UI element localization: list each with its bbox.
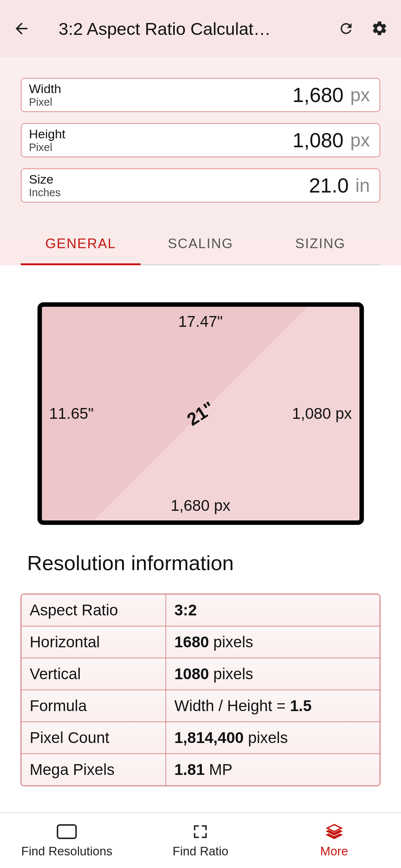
row-value: 1,814,400 pixels	[166, 722, 379, 753]
refresh-icon	[338, 20, 354, 37]
table-row: Formula Width / Height = 1.5	[22, 690, 379, 722]
refresh-button[interactable]	[335, 17, 357, 40]
size-unit: in	[355, 175, 370, 196]
table-row: Aspect Ratio 3:2	[22, 595, 379, 627]
table-row: Pixel Count 1,814,400 pixels	[22, 722, 379, 754]
row-value: 1.81 MP	[166, 754, 379, 785]
nav-find-ratio[interactable]: Find Ratio	[134, 813, 267, 868]
size-label: Size	[29, 172, 60, 187]
height-sublabel: Pixel	[29, 141, 65, 154]
tab-sizing[interactable]: SIZING	[260, 223, 380, 264]
expand-icon	[192, 823, 209, 841]
row-label: Aspect Ratio	[22, 595, 166, 626]
inputs-section: Width Pixel 1,680 px Height Pixel 1,080 …	[0, 57, 401, 265]
nav-label: Find Resolutions	[21, 844, 112, 858]
layers-icon	[326, 823, 343, 841]
nav-label: Find Ratio	[172, 844, 228, 858]
row-value: Width / Height = 1.5	[166, 690, 379, 721]
gear-icon	[371, 20, 388, 37]
height-unit: px	[350, 129, 370, 151]
row-value: 3:2	[166, 595, 379, 626]
row-value: 1680 pixels	[166, 627, 379, 658]
row-label: Vertical	[22, 658, 166, 690]
back-button[interactable]	[10, 17, 33, 40]
height-label: Height	[29, 127, 65, 141]
diagram-height-inches: 11.65"	[49, 405, 94, 423]
height-value: 1,080	[65, 128, 344, 152]
nav-label: More	[320, 844, 348, 858]
table-row: Vertical 1080 pixels	[22, 658, 379, 690]
width-field[interactable]: Width Pixel 1,680 px	[21, 78, 380, 112]
diagram-height-px: 1,080 px	[292, 405, 352, 423]
nav-more[interactable]: More	[267, 813, 401, 868]
width-unit: px	[350, 84, 370, 106]
width-labels: Width Pixel	[29, 82, 61, 108]
row-label: Formula	[22, 690, 166, 721]
diagram-width-px: 1,680 px	[171, 497, 230, 514]
resolution-table: Aspect Ratio 3:2 Horizontal 1680 pixels …	[20, 594, 381, 786]
size-sublabel: Inches	[29, 187, 60, 199]
row-value: 1080 pixels	[166, 658, 379, 690]
width-value: 1,680	[61, 83, 344, 107]
row-label: Mega Pixels	[22, 754, 166, 785]
header-actions	[335, 17, 391, 40]
size-field[interactable]: Size Inches 21.0 in	[21, 168, 380, 203]
nav-find-resolutions[interactable]: Find Resolutions	[0, 813, 134, 868]
diagram-container: 17.47" 11.65" 21" 1,080 px 1,680 px	[20, 302, 381, 525]
width-label: Width	[29, 82, 61, 96]
svg-rect-0	[57, 825, 76, 838]
tab-general[interactable]: GENERAL	[21, 223, 141, 264]
settings-button[interactable]	[368, 17, 391, 40]
size-value: 21.0	[60, 174, 349, 197]
row-label: Horizontal	[22, 627, 166, 658]
diagram-diagonal: 21"	[183, 397, 218, 430]
height-field[interactable]: Height Pixel 1,080 px	[21, 123, 380, 157]
page-title: 3:2 Aspect Ratio Calculat…	[59, 19, 335, 39]
rectangle-icon	[56, 823, 77, 841]
size-labels: Size Inches	[29, 172, 60, 199]
row-label: Pixel Count	[22, 722, 166, 753]
table-row: Horizontal 1680 pixels	[22, 627, 379, 658]
main-content: 17.47" 11.65" 21" 1,080 px 1,680 px Reso…	[0, 265, 401, 836]
arrow-left-icon	[13, 20, 30, 37]
tab-scaling[interactable]: SCALING	[141, 223, 260, 264]
tabs: GENERAL SCALING SIZING	[21, 223, 380, 265]
width-sublabel: Pixel	[29, 96, 61, 108]
height-labels: Height Pixel	[29, 127, 65, 154]
table-row: Mega Pixels 1.81 MP	[22, 754, 379, 785]
aspect-diagram: 17.47" 11.65" 21" 1,080 px 1,680 px	[37, 302, 364, 525]
bottom-nav: Find Resolutions Find Ratio More	[0, 812, 401, 868]
resolution-heading: Resolution information	[27, 551, 381, 575]
diagram-width-inches: 17.47"	[178, 313, 223, 331]
app-header: 3:2 Aspect Ratio Calculat…	[0, 0, 401, 57]
